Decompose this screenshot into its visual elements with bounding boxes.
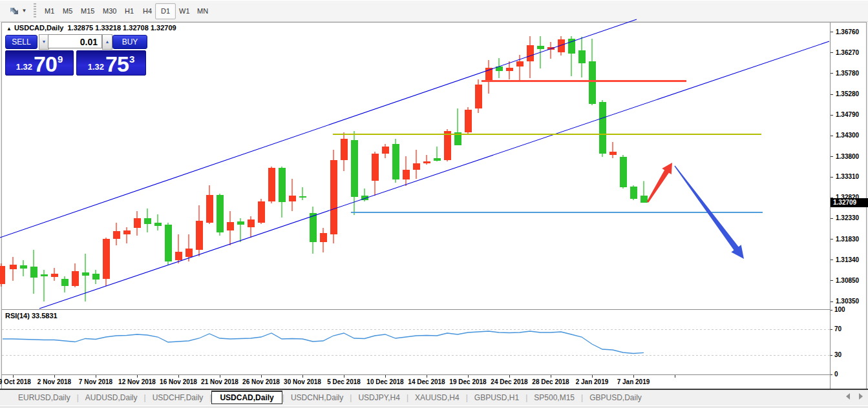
chart-window [1, 22, 867, 389]
price-tick-label: 1.31830 [836, 236, 859, 243]
timeframe-button-mn[interactable]: MN [191, 3, 214, 19]
toolbar-drag-handle[interactable] [34, 3, 36, 18]
date-tick-label: 2 Nov 2018 [37, 378, 71, 385]
price-tick-label: 1.36760 [836, 28, 859, 36]
date-tick-label: 5 Dec 2018 [327, 378, 361, 385]
chart-tab-usdcad-daily[interactable]: USDCAD,Daily [211, 391, 282, 404]
date-tick-label: 10 Dec 2018 [366, 378, 403, 385]
price-tick-label: 1.30850 [836, 277, 859, 284]
price-tick-label: 1.34790 [836, 111, 859, 118]
date-tick-label: 7 Jan 2019 [617, 378, 650, 385]
price-tick-label: 1.32330 [836, 214, 859, 221]
dropdown-caret-icon: ▼ [22, 8, 27, 14]
date-tick-label: 24 Dec 2018 [491, 378, 527, 385]
chart-title: ▲USDCAD,Daily 1.32875 1.33218 1.32708 1.… [6, 24, 176, 32]
date-tick-label: 29 Oct 2018 [0, 378, 31, 385]
date-tick-label: 30 Nov 2018 [284, 378, 321, 385]
lot-size-input[interactable]: 0.01 [48, 34, 102, 48]
price-tick-label: 1.31340 [836, 256, 859, 263]
price-tick-label: 1.36270 [836, 49, 859, 56]
date-tick-label: 2 Jan 2019 [576, 378, 609, 385]
buy-price-prefix: 1.32 [88, 62, 104, 72]
buy-price-pip: 3 [129, 54, 134, 65]
price-tick-label: 1.30350 [836, 298, 859, 305]
buy-price-main: 75 [105, 54, 129, 74]
date-tick-label: 26 Nov 2018 [242, 378, 280, 385]
top-toolbar: ▼ M1M5M15M30H1H4D1W1MN [0, 0, 868, 22]
chart-ohlc-values: 1.32875 1.33218 1.32708 1.32709 [67, 24, 176, 32]
rsi-tick-label: 0 [834, 371, 838, 378]
one-click-trading-panel: SELL ▼ 0.01 ▲ BUY 1.32 70 9 1.32 75 3 [5, 34, 147, 76]
rsi-panel-separator[interactable] [2, 309, 830, 310]
rsi-tick-label: 100 [834, 306, 845, 313]
price-tick-label: 1.35280 [836, 90, 859, 97]
chart-tools-icon[interactable]: ▼ [5, 3, 30, 18]
chart-tab-audusd-daily[interactable]: AUDUSD,Daily [79, 392, 144, 403]
chart-tab-gbpusd-daily[interactable]: GBPUSD,Daily [583, 392, 648, 403]
chart-tab-xauusd-h4[interactable]: XAUUSD,H4 [408, 392, 466, 403]
sell-button[interactable]: SELL [5, 35, 37, 49]
date-tick-label: 19 Dec 2018 [449, 378, 486, 385]
sell-price-prefix: 1.32 [16, 62, 32, 72]
tab-scroll-right-icon[interactable] [859, 393, 863, 400]
buy-button[interactable]: BUY [112, 35, 147, 49]
date-tick-label: 12 Nov 2018 [118, 378, 156, 385]
chart-tab-usdchf-daily[interactable]: USDCHF,Daily [146, 392, 210, 403]
chart-symbol-label: USDCAD,Daily [14, 24, 63, 32]
sell-price-main: 70 [34, 54, 57, 74]
rsi-indicator-label: RSI(14) 33.5831 [5, 312, 58, 320]
lot-increase-button[interactable]: ▲ [102, 34, 112, 50]
chart-tab-bar: EURUSD,Daily|AUDUSD,Daily|USDCHF,Daily|U… [0, 390, 868, 405]
rsi-tick-label: 30 [834, 351, 842, 358]
date-tick-label: 14 Dec 2018 [408, 378, 445, 385]
chart-tab-eurusd-daily[interactable]: EURUSD,Daily [12, 392, 77, 403]
tab-scroll-left-icon[interactable] [846, 393, 850, 400]
status-strip [0, 405, 868, 408]
price-tick-label: 1.35780 [836, 70, 859, 77]
date-tick-label: 7 Nov 2018 [79, 378, 112, 385]
buy-price-display[interactable]: 1.32 75 3 [76, 50, 146, 76]
date-tick-label: 28 Dec 2018 [532, 378, 569, 385]
collapse-marker-icon[interactable]: ▲ [6, 26, 12, 32]
time-axis-separator [2, 374, 830, 375]
chart-tab-sp500-m15[interactable]: SP500,M15 [527, 392, 581, 403]
date-tick-label: 21 Nov 2018 [201, 378, 238, 385]
tab-scroll-buttons [846, 393, 863, 400]
sell-price-pip: 9 [58, 54, 63, 65]
price-tick-label: 1.33310 [836, 173, 859, 180]
price-tick-label: 1.34300 [836, 132, 859, 139]
chart-tab-gbpusd-h1[interactable]: GBPUSD,H1 [468, 392, 525, 403]
rsi-tick-label: 70 [834, 325, 842, 332]
chart-tab-usdcnh-daily[interactable]: USDCNH,Daily [284, 392, 350, 403]
arrows-glyph-icon [8, 6, 20, 16]
chart-tab-usdjpy-h4[interactable]: USDJPY,H4 [352, 392, 406, 403]
price-tick-label: 1.33800 [836, 153, 859, 160]
current-price-tag: 1.32709 [831, 198, 868, 207]
sell-price-display[interactable]: 1.32 70 9 [5, 50, 74, 76]
date-tick-label: 16 Nov 2018 [160, 378, 197, 385]
